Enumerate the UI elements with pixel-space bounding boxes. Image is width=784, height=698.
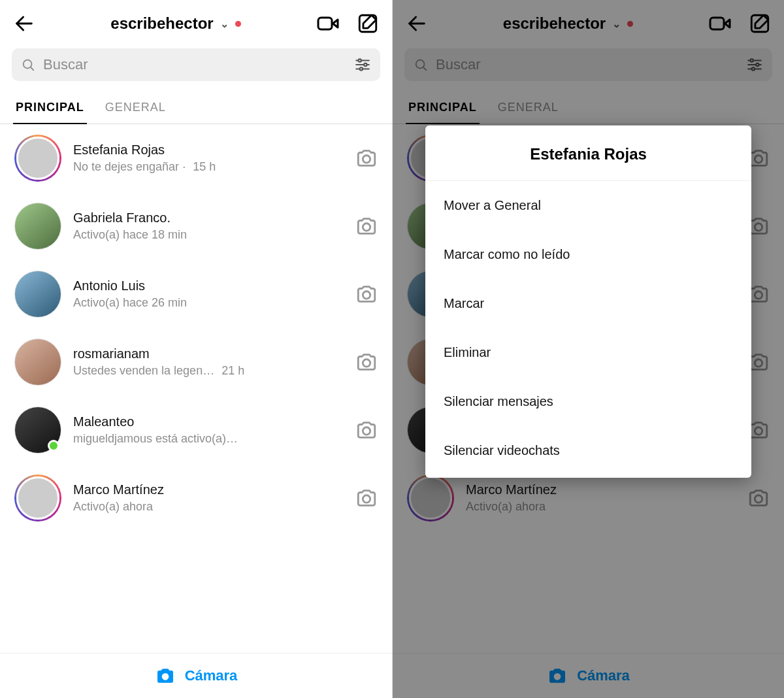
chat-subtitle: Activo(a) hace 18 min <box>73 228 344 242</box>
svg-point-12 <box>363 156 370 163</box>
camera-icon[interactable] <box>355 351 378 373</box>
svg-point-7 <box>359 59 361 61</box>
back-icon[interactable] <box>13 12 35 35</box>
search-icon <box>21 58 35 72</box>
chat-subtitle: Ustedes venden la legen… 21 h <box>73 364 344 378</box>
chat-name: Gabriela Franco. <box>73 210 344 225</box>
tab-general[interactable]: GENERAL <box>104 94 167 124</box>
sheet-title: Estefania Rojas <box>425 125 751 181</box>
chat-action-sheet: Estefania Rojas Mover a General Marcar c… <box>425 125 751 478</box>
inbox-tabs: PRINCIPAL GENERAL <box>0 89 392 124</box>
chat-row[interactable]: Antonio Luis Activo(a) hace 26 min <box>0 260 392 328</box>
svg-rect-1 <box>318 18 332 29</box>
compose-icon[interactable] <box>357 12 379 35</box>
camera-icon[interactable] <box>355 215 378 237</box>
chat-name: Maleanteo <box>73 414 344 429</box>
chat-text: Maleanteo migueldjamous está activo(a)… <box>73 414 344 446</box>
avatar[interactable] <box>14 271 61 318</box>
chat-list: Estefania Rojas No te dejes engañar · 15… <box>0 124 392 653</box>
camera-fill-icon <box>155 665 176 686</box>
avatar[interactable] <box>14 135 61 182</box>
svg-point-16 <box>363 427 370 435</box>
chat-row[interactable]: Estefania Rojas No te dejes engañar · 15… <box>0 124 392 192</box>
chat-subtitle: Activo(a) ahora <box>73 500 344 514</box>
filter-icon[interactable] <box>354 56 371 73</box>
chat-subtitle: No te dejes engañar · 15 h <box>73 160 344 174</box>
chat-row[interactable]: Marco Martínez Activo(a) ahora <box>0 464 392 532</box>
option-mute-video[interactable]: Silenciar videochats <box>425 426 751 475</box>
avatar[interactable] <box>14 474 61 522</box>
tab-principal[interactable]: PRINCIPAL <box>14 94 86 124</box>
search-placeholder: Buscar <box>43 56 346 73</box>
camera-icon[interactable] <box>355 283 378 305</box>
avatar[interactable] <box>14 407 61 454</box>
camera-icon[interactable] <box>355 419 378 441</box>
presence-dot <box>48 440 59 452</box>
svg-marker-2 <box>333 20 338 27</box>
camera-bar[interactable]: Cámara <box>0 653 392 698</box>
chat-subtitle: Activo(a) hace 26 min <box>73 296 344 310</box>
option-delete[interactable]: Eliminar <box>425 328 751 377</box>
svg-point-13 <box>363 224 370 231</box>
avatar[interactable] <box>14 339 61 386</box>
chat-text: rosmarianam Ustedes venden la legen… 21 … <box>73 346 344 378</box>
video-call-icon[interactable] <box>316 12 340 35</box>
svg-point-15 <box>363 359 370 367</box>
search-row: Buscar <box>0 44 392 89</box>
svg-point-17 <box>363 495 370 503</box>
chat-name: Marco Martínez <box>73 482 344 497</box>
topbar: escribehector ⌄ <box>0 0 392 44</box>
camera-icon[interactable] <box>355 147 378 169</box>
option-mark-unread[interactable]: Marcar como no leído <box>425 230 751 279</box>
svg-point-18 <box>161 673 169 680</box>
account-switcher[interactable]: escribehector ⌄ <box>110 14 240 33</box>
chat-name: rosmarianam <box>73 346 344 361</box>
chevron-down-icon: ⌄ <box>220 18 229 30</box>
option-move-general[interactable]: Mover a General <box>425 181 751 230</box>
chat-row[interactable]: rosmarianam Ustedes venden la legen… 21 … <box>0 328 392 396</box>
chat-text: Estefania Rojas No te dejes engañar · 15… <box>73 142 344 174</box>
svg-point-14 <box>363 291 370 299</box>
camera-icon[interactable] <box>355 487 378 509</box>
notification-dot <box>235 21 241 27</box>
search-input[interactable]: Buscar <box>12 48 380 81</box>
chat-text: Antonio Luis Activo(a) hace 26 min <box>73 278 344 310</box>
chat-subtitle: migueldjamous está activo(a)… <box>73 432 344 446</box>
svg-point-11 <box>360 67 363 70</box>
camera-label: Cámara <box>185 667 238 684</box>
avatar[interactable] <box>14 203 61 250</box>
svg-line-5 <box>31 67 34 71</box>
dm-inbox-screen: escribehector ⌄ Buscar PRINCIPAL GENERAL <box>0 0 392 698</box>
svg-point-9 <box>364 63 367 66</box>
chat-name: Antonio Luis <box>73 278 344 293</box>
chat-text: Marco Martínez Activo(a) ahora <box>73 482 344 514</box>
option-flag[interactable]: Marcar <box>425 279 751 328</box>
username: escribehector <box>110 14 213 33</box>
chat-row[interactable]: Gabriela Franco. Activo(a) hace 18 min <box>0 192 392 260</box>
option-mute-messages[interactable]: Silenciar mensajes <box>425 377 751 426</box>
chat-text: Gabriela Franco. Activo(a) hace 18 min <box>73 210 344 242</box>
dm-inbox-screen-overlay: escribehector ⌄ Buscar PRINCIPAL GENERAL <box>392 0 784 698</box>
chat-row[interactable]: Maleanteo migueldjamous está activo(a)… <box>0 396 392 464</box>
chat-name: Estefania Rojas <box>73 142 344 158</box>
